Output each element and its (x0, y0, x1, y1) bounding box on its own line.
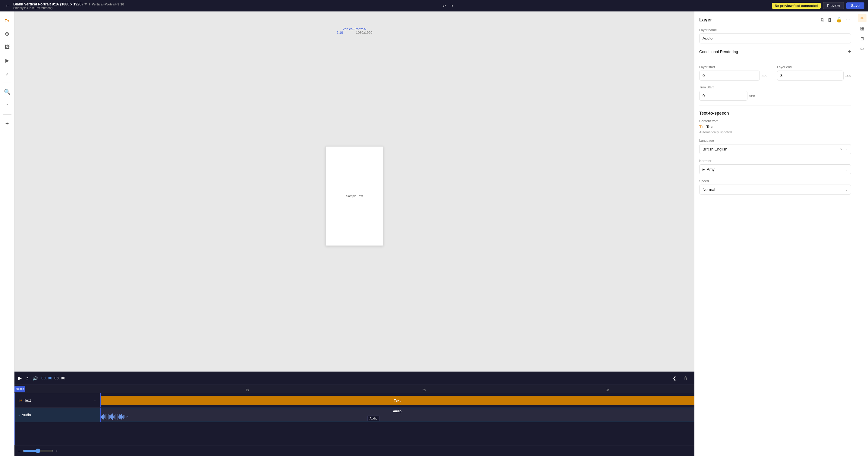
back-button[interactable]: ← (4, 2, 11, 10)
subtitle: Smartly.io (Test Environment) (13, 6, 124, 10)
music-icon: ♪ (6, 70, 8, 77)
image-icon: 🖼 (4, 44, 10, 50)
file-name: Vertical-Portrait-9:16 (92, 2, 124, 6)
upload-tool[interactable]: ↑ (2, 100, 13, 111)
toolbar-divider (3, 83, 11, 83)
image-tool[interactable]: 🖼 (2, 41, 13, 53)
toolbar-divider-2 (3, 114, 11, 115)
add-text-icon: T+ (5, 19, 10, 23)
project-title: Blank Vertical Portrait 9:16 (1080 x 192… (13, 2, 83, 6)
sample-text: Sample Text (346, 195, 363, 198)
edit-icon[interactable]: ✏ (84, 2, 87, 6)
canvas-area: Vertical-Portrait- 9:16 1080x1920 Sample… (14, 11, 434, 228)
add-tool[interactable]: + (2, 118, 13, 129)
left-toolbar: T+ ⊕ 🖼 ▶ ♪ 🔍 ↑ + (0, 11, 14, 228)
search-tool[interactable]: 🔍 (2, 87, 13, 97)
path-slash: / (89, 2, 90, 6)
video-icon: ▶ (5, 58, 9, 63)
upload-icon: ↑ (6, 103, 8, 108)
search-icon: 🔍 (4, 89, 10, 95)
feed-tool[interactable]: ⊕ (2, 28, 13, 39)
canvas-label: Vertical-Portrait- 9:16 1080x1920 (337, 27, 373, 34)
title-area: Blank Vertical Portrait 9:16 (1080 x 192… (13, 2, 124, 10)
add-text-tool[interactable]: T+ (2, 15, 13, 26)
main-title: Blank Vertical Portrait 9:16 (1080 x 192… (13, 2, 124, 6)
canvas-dimensions: 1080x1920 (356, 31, 372, 34)
video-tool[interactable]: ▶ (2, 55, 13, 66)
topbar-left: ← Blank Vertical Portrait 9:16 (1080 x 1… (4, 2, 124, 10)
plus-icon: + (5, 120, 9, 127)
feed-icon: ⊕ (5, 30, 9, 37)
phone-canvas[interactable]: Sample Text (326, 146, 383, 228)
music-tool[interactable]: ♪ (2, 68, 13, 79)
topbar: ← Blank Vertical Portrait 9:16 (1080 x 1… (0, 0, 434, 11)
